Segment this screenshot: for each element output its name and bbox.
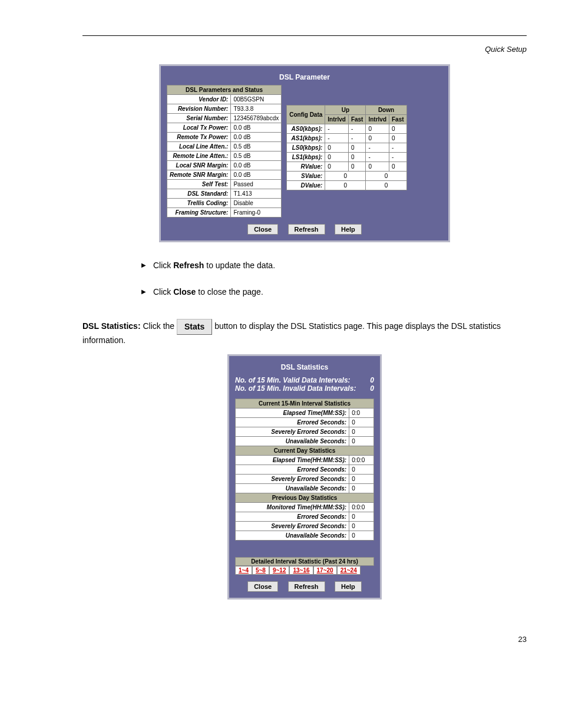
dsl-parameters-status-table: DSL Parameters and Status Vendor ID:00B5… xyxy=(167,85,282,218)
help-button[interactable]: Help xyxy=(335,224,362,235)
interval-link-6[interactable]: 21~24 xyxy=(337,566,361,575)
refresh-button[interactable]: Refresh xyxy=(288,224,325,235)
config-data-header: Config Data xyxy=(287,106,325,124)
dsl-parameters-status-header: DSL Parameters and Status xyxy=(167,85,282,95)
dsl-statistics-paragraph: DSL Statistics: Click the Stats button t… xyxy=(82,319,527,346)
page-number: 23 xyxy=(82,635,527,644)
interval-link-1[interactable]: 1~4 xyxy=(235,566,252,575)
interval-link-4[interactable]: 13~16 xyxy=(289,566,313,575)
stats-refresh-button[interactable]: Refresh xyxy=(288,581,325,592)
detailed-interval-links: 1~4 5~8 9~12 13~16 17~20 21~24 xyxy=(235,566,374,575)
instruction-close: Click Close to close the page. xyxy=(141,286,527,298)
dsl-parameter-panel: DSL Parameter DSL Parameters and Status … xyxy=(159,64,450,242)
stats-close-button[interactable]: Close xyxy=(247,581,278,592)
interval-link-5[interactable]: 17~20 xyxy=(313,566,337,575)
page-header-right: Quick Setup xyxy=(82,45,527,54)
instruction-refresh: Click Refresh to update the data. xyxy=(141,260,527,271)
stats-help-button[interactable]: Help xyxy=(335,581,362,592)
dsl-statistics-table: Current 15-Min Interval Statistics Elaps… xyxy=(235,398,374,541)
dsl-statistics-counters: No. of 15 Min. Valid Data Intervals: 0 N… xyxy=(235,375,374,398)
detailed-interval-header: Detailed Interval Statistic (Past 24 hrs… xyxy=(235,557,374,566)
dsl-parameter-title: DSL Parameter xyxy=(167,72,442,85)
config-data-table: Config Data Up Down Intrlvd Fast Intrlvd… xyxy=(286,105,406,190)
close-button[interactable]: Close xyxy=(247,224,278,235)
dsl-statistics-title: DSL Statistics xyxy=(235,362,374,375)
interval-link-3[interactable]: 9~12 xyxy=(269,566,290,575)
dsl-statistics-panel: DSL Statistics No. of 15 Min. Valid Data… xyxy=(227,354,382,599)
stats-button-image: Stats xyxy=(177,319,212,335)
interval-link-2[interactable]: 5~8 xyxy=(252,566,269,575)
